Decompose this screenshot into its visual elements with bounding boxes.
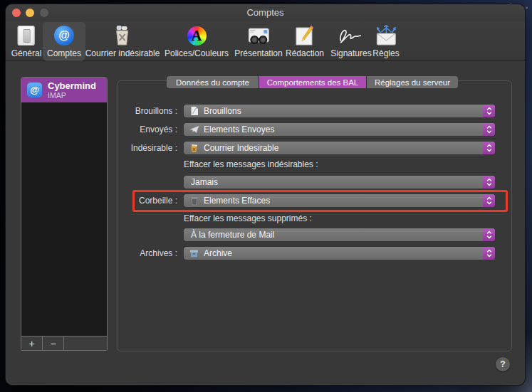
sent-value: Elements Envoyes xyxy=(204,125,274,134)
archive-select[interactable]: Archive xyxy=(184,247,495,260)
settings-group-box xyxy=(117,80,512,351)
preferences-toolbar: Général @ Comptes Courrier indésirable A xyxy=(6,21,525,60)
tab-reglages-du-serveur[interactable]: Réglages du serveur xyxy=(367,76,458,88)
account-protocol: IMAP xyxy=(48,91,96,100)
drafts-label: Brouillons : xyxy=(6,105,177,117)
paper-plane-icon xyxy=(189,125,199,134)
toolbar-item-courrier-indesirable[interactable]: Courrier indésirable xyxy=(81,22,165,60)
tab-donnees-du-compte[interactable]: Données du compte xyxy=(167,76,259,88)
toolbar-label: Règles xyxy=(372,48,399,58)
toolbar-label: Comptes xyxy=(47,48,81,58)
compose-pencil-icon xyxy=(294,23,315,48)
preferences-window: Comptes Général @ Comptes Courrier indés… xyxy=(5,4,526,386)
archive-box-icon xyxy=(189,248,199,258)
stepper-icon xyxy=(483,176,495,189)
sent-label: Envoyés : xyxy=(6,123,177,136)
archive-value: Archive xyxy=(204,248,232,258)
erase-junk-value: Jamais xyxy=(191,177,218,187)
drafts-mailbox-icon xyxy=(189,106,199,116)
account-tabs: Données du compte Comportements des BAL … xyxy=(167,76,458,88)
stepper-icon xyxy=(483,247,495,260)
toolbar-label: Signatures xyxy=(330,48,371,58)
rules-envelope-icon xyxy=(375,23,397,48)
signature-icon xyxy=(338,23,365,48)
remove-account-button[interactable]: − xyxy=(43,337,64,350)
glasses-envelope-icon xyxy=(247,23,270,48)
actions-spacer xyxy=(64,337,107,350)
account-actions: + − xyxy=(21,336,107,350)
trash-value: Elements Effaces xyxy=(204,196,270,206)
at-circle-icon: @ xyxy=(54,23,74,48)
toolbar-label: Courrier indésirable xyxy=(85,48,160,58)
toolbar-item-polices-couleurs[interactable]: A Polices/Couleurs xyxy=(160,22,233,60)
toolbar-item-regles[interactable]: Règles xyxy=(368,22,403,60)
account-list-empty-area xyxy=(21,102,107,336)
erase-junk-select[interactable]: Jamais xyxy=(184,176,495,189)
toolbar-item-redaction[interactable]: Rédaction xyxy=(281,22,328,60)
toolbar-label: Présentation xyxy=(234,48,282,58)
toolbar-item-general[interactable]: Général xyxy=(7,22,46,60)
toolbar-label: Général xyxy=(11,48,42,58)
account-name: Cybermind xyxy=(48,81,96,91)
stepper-icon xyxy=(483,105,495,117)
erase-deleted-label: Effacer les messages supprimés : xyxy=(184,213,312,223)
junk-select[interactable]: Courrier Indesirable xyxy=(184,142,495,154)
junk-bin-icon xyxy=(113,23,132,48)
help-button[interactable]: ? xyxy=(496,357,510,371)
stepper-icon xyxy=(483,123,495,136)
junk-value: Courrier Indesirable xyxy=(204,143,278,153)
title-bar: Comptes xyxy=(6,4,525,21)
accounts-sidebar: @ Cybermind IMAP + − xyxy=(21,77,108,351)
junk-mailbox-icon xyxy=(189,143,199,153)
drafts-select[interactable]: Brouillons xyxy=(184,105,495,117)
erase-junk-label: Effacer les messages indésirables : xyxy=(184,159,318,169)
toolbar-label: Polices/Couleurs xyxy=(165,48,229,58)
sent-select[interactable]: Elements Envoyes xyxy=(184,123,495,136)
stepper-icon xyxy=(483,142,495,154)
stepper-icon xyxy=(483,228,495,241)
toolbar-item-presentation[interactable]: Présentation xyxy=(230,22,286,60)
preferences-content: @ Cybermind IMAP + − Données du compte C… xyxy=(6,60,525,385)
toolbar-label: Rédaction xyxy=(286,48,324,58)
fonts-colors-icon: A xyxy=(187,23,206,48)
trash-label: Corbeille : xyxy=(6,194,177,207)
stepper-icon xyxy=(483,194,495,207)
account-row-cybermind[interactable]: @ Cybermind IMAP xyxy=(21,78,107,102)
add-account-button[interactable]: + xyxy=(21,337,43,350)
account-at-icon: @ xyxy=(27,83,42,97)
drafts-value: Brouillons xyxy=(204,106,241,116)
erase-deleted-value: À la fermeture de Mail xyxy=(191,230,274,240)
tab-comportements-des-bal[interactable]: Comportements des BAL xyxy=(259,76,367,88)
junk-label: Indésirable : xyxy=(6,142,177,154)
trash-select[interactable]: Elements Effaces xyxy=(184,194,495,207)
trash-can-icon xyxy=(189,196,199,206)
light-switch-icon xyxy=(18,23,35,48)
archive-label: Archives : xyxy=(6,247,177,260)
window-title: Comptes xyxy=(6,7,525,18)
erase-deleted-select[interactable]: À la fermeture de Mail xyxy=(184,228,495,241)
toolbar-item-comptes[interactable]: @ Comptes xyxy=(43,22,85,60)
